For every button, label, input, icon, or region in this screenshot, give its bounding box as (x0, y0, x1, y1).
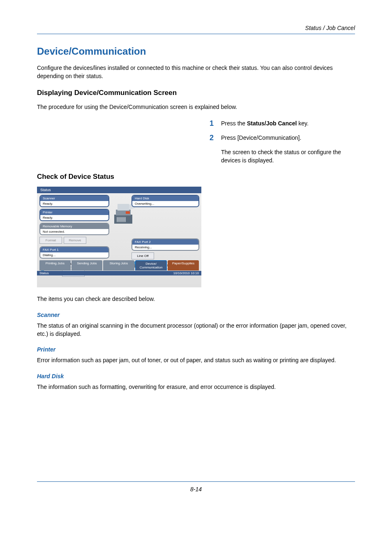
remove-button[interactable]: Remove (64, 237, 86, 244)
scanner-text: The status of an original scanning in th… (37, 321, 355, 338)
header-section: Status / Job Cancel (37, 25, 355, 33)
fax2-chip[interactable]: FAX Port 2 Receiving... (131, 238, 199, 251)
step-1-number: 1 (210, 119, 221, 128)
memory-chip-body: Not connected. (40, 229, 108, 234)
check-heading: Check of Device Status (37, 173, 355, 181)
scanner-chip[interactable]: Scanner Ready. (39, 195, 109, 207)
status-panel: Status Scanner Ready. Printer Ready. Rem… (37, 187, 201, 287)
fax1-chip-head: FAX Port 1 (40, 247, 108, 252)
printer-text: Error information such as paper jam, out… (37, 356, 355, 364)
step-2: 2 Press [Device/Communication]. (210, 134, 355, 142)
page-title: Device/Communication (37, 46, 355, 57)
fax2-chip-body: Receiving... (132, 245, 198, 250)
scanner-chip-head: Scanner (40, 196, 108, 201)
step-1-bold: Status/Job Cancel (247, 120, 297, 127)
step-1-post: key. (297, 120, 309, 127)
items-intro: The items you can check are described be… (37, 295, 355, 303)
tab-sending-jobs[interactable]: Sending Jobs (71, 260, 103, 271)
tab-printing-jobs[interactable]: Printing Jobs (39, 260, 71, 271)
svg-rect-8 (117, 221, 125, 222)
harddisk-chip-head: Hard Disk (132, 196, 198, 201)
printer-chip[interactable]: Printer Ready. (39, 209, 109, 221)
memory-chip-head: Removable Memory (40, 224, 108, 229)
svg-rect-2 (118, 204, 129, 210)
displaying-intro: The procedure for using the Device/Commu… (37, 103, 355, 111)
lineoff2-button[interactable]: Line Off (131, 252, 154, 259)
scanner-chip-body: Ready. (40, 201, 108, 206)
printer-heading: Printer (37, 346, 355, 353)
tab-storing-jobs[interactable]: Storing Jobs (103, 260, 134, 271)
panel-title: Status (37, 187, 201, 193)
step-1-text: Press the Status/Job Cancel key. (221, 119, 355, 127)
svg-rect-7 (117, 220, 125, 220)
harddisk-text: The information such as formatting, over… (37, 383, 355, 391)
displaying-heading: Displaying Device/Communication Screen (37, 89, 355, 97)
step-2-para: The screen to check the status or config… (221, 148, 355, 165)
printer-chip-body: Ready. (40, 215, 108, 220)
svg-rect-6 (117, 219, 125, 219)
scanner-heading: Scanner (37, 312, 355, 318)
header-rule (37, 34, 355, 34)
tab-paper-supplies[interactable]: Paper/Supplies (168, 260, 199, 271)
tab-device-communication[interactable]: Device/ Communication (135, 260, 167, 271)
step-1-pre: Press the (221, 120, 247, 127)
step-1: 1 Press the Status/Job Cancel key. (210, 119, 355, 128)
step-2-number: 2 (210, 134, 221, 142)
fax1-chip-body: Dialing... (40, 252, 108, 258)
tab-device-line1: Device/ (145, 262, 157, 266)
intro-text: Configure the devices/lines installed or… (37, 64, 355, 81)
harddisk-chip[interactable]: Hard Disk Overwriting... (131, 195, 199, 207)
footer-rule (37, 481, 355, 482)
fax2-chip-head: FAX Port 2 (132, 239, 198, 245)
panel-footer-right: 10/10/2010 10:10 (173, 271, 199, 275)
harddisk-chip-body: Overwriting... (132, 201, 198, 206)
svg-rect-3 (126, 211, 130, 214)
step-2-text: Press [Device/Communication]. (221, 134, 355, 142)
memory-chip[interactable]: Removable Memory Not connected. (39, 223, 109, 235)
printer-chip-head: Printer (40, 210, 108, 215)
tab-device-line2: Communication (140, 266, 163, 269)
harddisk-heading: Hard Disk (37, 373, 355, 379)
fax1-chip[interactable]: FAX Port 1 Dialing... (39, 246, 109, 259)
page-number: 8-14 (37, 486, 355, 493)
panel-footer-left: Status (39, 271, 49, 275)
svg-rect-5 (117, 217, 125, 218)
format-button[interactable]: Format (39, 237, 62, 244)
